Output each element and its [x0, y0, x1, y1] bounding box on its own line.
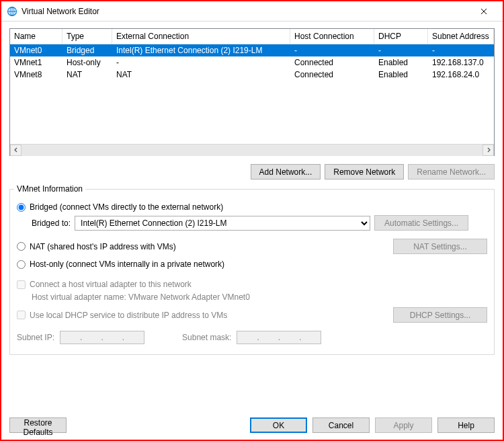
connect-host-adapter-label: Connect a host virtual adapter to this n…: [30, 280, 192, 289]
subnet-ip-oct3: [104, 332, 122, 343]
cell-name: VMnet0: [10, 45, 62, 56]
hostonly-radio-row: Host-only (connect VMs internally in a p…: [17, 259, 487, 269]
ok-button[interactable]: OK: [250, 417, 307, 433]
bridged-radio-row: Bridged (connect VMs directly to the ext…: [17, 202, 487, 212]
add-network-button[interactable]: Add Network...: [251, 164, 321, 179]
network-button-row: Add Network... Remove Network Rename Net…: [9, 164, 495, 179]
use-dhcp-row: Use local DHCP service to distribute IP …: [17, 307, 487, 323]
hostonly-radio-label: Host-only (connect VMs internally in a p…: [30, 259, 224, 269]
dhcp-settings-button: DHCP Settings...: [393, 307, 487, 323]
cell-ext: NAT: [112, 69, 290, 80]
col-header-ext[interactable]: External Connection: [112, 29, 290, 44]
col-header-type[interactable]: Type: [62, 29, 112, 44]
bridged-radio-label: Bridged (connect VMs directly to the ext…: [30, 202, 223, 212]
bridged-to-label: Bridged to:: [32, 218, 71, 228]
table-row[interactable]: VMnet1Host-only-ConnectedEnabled192.168.…: [10, 56, 494, 69]
footer-buttons: Restore Defaults OK Cancel Apply Help: [1, 412, 503, 440]
bridged-radio[interactable]: [17, 203, 26, 212]
cancel-button[interactable]: Cancel: [312, 417, 370, 433]
help-button[interactable]: Help: [437, 417, 495, 433]
remove-network-button[interactable]: Remove Network: [325, 164, 404, 179]
cell-dhcp: -: [374, 45, 428, 56]
subnet-mask-label: Subnet mask:: [182, 333, 231, 342]
subnet-ip-field: . . .: [60, 331, 144, 344]
host-adapter-name-row: Host virtual adapter name: VMware Networ…: [32, 292, 487, 302]
cell-host: Connected: [290, 69, 374, 80]
scroll-track[interactable]: [22, 145, 482, 156]
cell-name: VMnet8: [10, 69, 62, 80]
table-header: Name Type External Connection Host Conne…: [10, 29, 494, 44]
table-body: VMnet0BridgedIntel(R) Ethernet Connectio…: [10, 44, 494, 144]
connect-host-adapter-check: [17, 280, 26, 289]
rename-network-button: Rename Network...: [408, 164, 495, 179]
scroll-left-arrow[interactable]: [10, 145, 22, 156]
subnet-mask-field: . . .: [237, 331, 321, 344]
group-title: VMnet Information: [14, 184, 85, 194]
connect-host-adapter-row: Connect a host virtual adapter to this n…: [17, 280, 487, 289]
hostonly-radio[interactable]: [17, 260, 26, 269]
use-dhcp-label: Use local DHCP service to distribute IP …: [30, 311, 227, 320]
subnet-mask-oct4: [302, 332, 319, 343]
subnet-ip-label: Subnet IP:: [17, 333, 54, 342]
table-row[interactable]: VMnet8NATNATConnectedEnabled192.168.24.0: [10, 69, 494, 81]
table-row[interactable]: VMnet0BridgedIntel(R) Ethernet Connectio…: [10, 44, 494, 56]
cell-type: Host-only: [62, 57, 112, 68]
cell-subnet: -: [428, 45, 494, 56]
use-dhcp-check: [17, 311, 26, 319]
cell-dhcp: Enabled: [374, 69, 428, 80]
content-area: Name Type External Connection Host Conne…: [1, 22, 503, 412]
nat-settings-button: NAT Settings...: [393, 239, 487, 254]
subnet-ip-oct2: [83, 332, 100, 343]
close-button[interactable]: [470, 2, 497, 21]
subnet-mask-oct2: [260, 332, 278, 343]
cell-subnet: 192.168.137.0: [428, 57, 494, 68]
cell-host: -: [290, 45, 374, 56]
network-table[interactable]: Name Type External Connection Host Conne…: [9, 28, 495, 156]
cell-ext: Intel(R) Ethernet Connection (2) I219-LM: [112, 45, 290, 56]
apply-button: Apply: [375, 417, 432, 433]
bridged-to-row: Bridged to: Intel(R) Ethernet Connection…: [32, 215, 487, 231]
col-header-subnet[interactable]: Subnet Address: [428, 29, 494, 44]
cell-ext: -: [112, 57, 290, 68]
col-header-dhcp[interactable]: DHCP: [374, 29, 428, 44]
restore-defaults-button[interactable]: Restore Defaults: [9, 417, 67, 433]
window-title: Virtual Network Editor: [22, 7, 470, 16]
subnet-row: Subnet IP: . . . Subnet mask: . . .: [17, 331, 487, 344]
bridged-to-select[interactable]: Intel(R) Ethernet Connection (2) I219-LM: [75, 216, 370, 231]
col-header-name[interactable]: Name: [10, 29, 62, 44]
vmnet-info-group: VMnet Information Bridged (connect VMs d…: [9, 189, 495, 355]
host-adapter-name-label: Host virtual adapter name: VMware Networ…: [32, 292, 250, 302]
cell-subnet: 192.168.24.0: [428, 69, 494, 80]
horizontal-scrollbar[interactable]: [10, 144, 494, 155]
scroll-right-arrow[interactable]: [482, 145, 494, 156]
col-header-host[interactable]: Host Connection: [290, 29, 374, 44]
cell-host: Connected: [290, 57, 374, 68]
subnet-mask-oct1: [239, 332, 256, 343]
titlebar: Virtual Network Editor: [1, 1, 503, 22]
nat-radio-row: NAT (shared host's IP address with VMs) …: [17, 239, 487, 254]
app-icon: [7, 6, 17, 17]
subnet-ip-oct1: [62, 332, 79, 343]
subnet-mask-oct3: [281, 332, 298, 343]
nat-radio[interactable]: [17, 242, 26, 251]
cell-name: VMnet1: [10, 57, 62, 68]
nat-radio-label: NAT (shared host's IP address with VMs): [30, 242, 176, 251]
cell-type: Bridged: [62, 45, 112, 56]
cell-dhcp: Enabled: [374, 57, 428, 68]
cell-type: NAT: [62, 69, 112, 80]
subnet-ip-oct4: [125, 332, 142, 343]
automatic-settings-button: Automatic Settings...: [374, 215, 468, 231]
